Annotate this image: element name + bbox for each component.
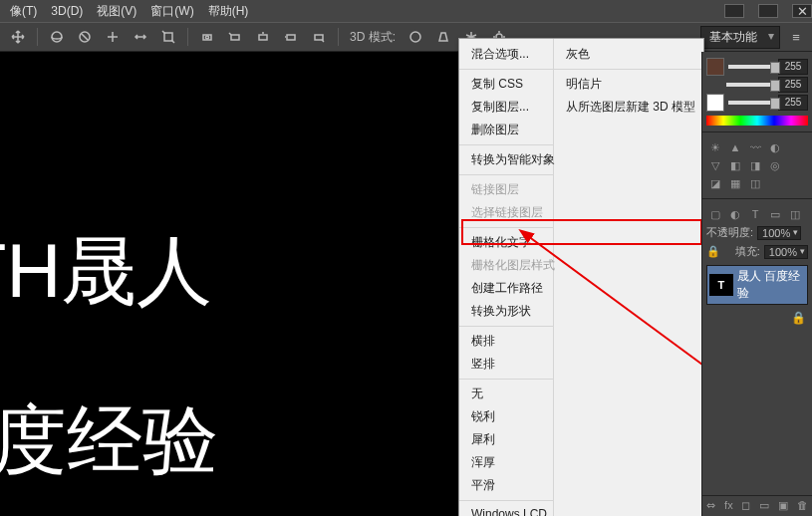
mode-rotate-icon[interactable]	[404, 25, 427, 49]
invert-icon[interactable]: ◪	[708, 176, 722, 190]
canvas-text-line2: ī度经验	[0, 390, 218, 493]
panel-menu-icon[interactable]: ≡	[784, 25, 808, 49]
curves-icon[interactable]: 〰	[748, 140, 762, 154]
svg-rect-5	[231, 35, 239, 40]
g-slider[interactable]	[726, 83, 774, 87]
svg-rect-2	[164, 33, 172, 41]
g-value[interactable]: 255	[778, 77, 808, 93]
brightness-icon[interactable]: ☀	[708, 140, 722, 154]
canvas-text-line1: TH晟人	[0, 221, 212, 324]
context-item[interactable]: 犀利	[459, 428, 553, 451]
scale-icon[interactable]	[156, 25, 180, 49]
hue-icon[interactable]: ◧	[728, 158, 742, 172]
svg-rect-8	[315, 35, 323, 40]
svg-point-0	[52, 32, 62, 42]
context-item[interactable]: Windows LCD	[459, 504, 553, 516]
pan-icon[interactable]	[101, 25, 125, 49]
menu-view[interactable]: 视图(V)	[97, 3, 136, 20]
layer-name: 晟人 百度经验	[737, 268, 805, 302]
context-item[interactable]: 创建工作路径	[459, 277, 553, 300]
3d-mode-label: 3D 模式:	[350, 29, 396, 46]
orbit-icon[interactable]	[45, 25, 69, 49]
adjustments-icons: ☀ ▲ 〰 ◐	[702, 138, 812, 156]
filter-type-icon[interactable]: T	[748, 207, 762, 221]
filter-shape-icon[interactable]: ▭	[768, 207, 782, 221]
context-item: 栅格化图层样式	[459, 254, 553, 277]
vibrance-icon[interactable]: ▽	[708, 158, 722, 172]
layer-context-menu: 混合选项复制 CSS复制图层删除图层转换为智能对象链接图层选择链接图层栅格化文字…	[458, 38, 704, 516]
opacity-label: 不透明度:	[706, 225, 753, 240]
context-item[interactable]: 复制 CSS	[459, 73, 553, 96]
new-group-icon[interactable]: ▭	[759, 499, 769, 512]
context-item[interactable]: 无	[459, 383, 553, 405]
context-item[interactable]: 复制图层	[459, 96, 553, 119]
levels-icon[interactable]: ▲	[728, 140, 742, 154]
fill-label: 填充:	[735, 244, 760, 259]
layer-panel-footer: ⇔ fx ◻ ▭ ▣ 🗑	[702, 495, 812, 512]
opacity-value[interactable]: 100%	[757, 226, 801, 240]
context-item[interactable]: 混合选项	[459, 43, 553, 66]
context-item[interactable]: 从所选图层新建 3D 模型	[554, 96, 703, 119]
background-swatch[interactable]	[706, 94, 724, 112]
context-item[interactable]: 灰色	[554, 43, 703, 66]
layer-thumbnail: T	[709, 274, 733, 296]
photo-filter-icon[interactable]: ◎	[768, 158, 782, 172]
maximize-button[interactable]	[758, 4, 778, 18]
mode-extrude-icon[interactable]	[431, 25, 455, 49]
fx-icon[interactable]: fx	[724, 499, 733, 512]
posterize-icon[interactable]: ▦	[728, 176, 742, 190]
bw-icon[interactable]: ◨	[748, 158, 762, 172]
context-item[interactable]: 锐利	[459, 405, 553, 428]
menu-help[interactable]: 帮助(H)	[208, 3, 249, 20]
mask-icon[interactable]: ◻	[741, 499, 750, 512]
context-item[interactable]: 转换为形状	[459, 300, 553, 323]
menu-bar: 像(T) 3D(D) 视图(V) 窗口(W) 帮助(H) ✕	[0, 0, 812, 22]
b-slider[interactable]	[728, 101, 774, 105]
svg-rect-7	[287, 35, 295, 40]
svg-point-9	[410, 32, 420, 42]
hue-strip[interactable]	[706, 116, 808, 126]
filter-pixel-icon[interactable]: ▢	[708, 207, 722, 221]
roll-icon[interactable]	[73, 25, 97, 49]
menu-3d[interactable]: 3D(D)	[51, 4, 83, 18]
camera-walk-icon[interactable]	[279, 25, 303, 49]
context-item[interactable]: 栅格化文字	[459, 231, 553, 254]
link-layers-icon[interactable]: ⇔	[706, 499, 715, 512]
camera-pan-icon[interactable]	[251, 25, 275, 49]
right-panels: 255 255 255 ☀ ▲ 〰 ◐ ▽ ◧ ◨ ◎ ◪ ▦ ◫	[701, 52, 812, 516]
b-value[interactable]: 255	[778, 95, 808, 111]
filter-adjust-icon[interactable]: ◐	[728, 207, 742, 221]
context-item[interactable]: 竖排	[459, 353, 553, 376]
r-value[interactable]: 255	[778, 59, 808, 75]
move-tool-icon[interactable]	[6, 25, 30, 49]
exposure-icon[interactable]: ◐	[768, 140, 782, 154]
close-button[interactable]: ✕	[792, 4, 812, 18]
svg-point-4	[206, 36, 209, 39]
lock-icon[interactable]: 🔒	[706, 245, 720, 258]
camera-orbit-icon[interactable]	[195, 25, 219, 49]
camera-zoom-icon[interactable]	[307, 25, 331, 49]
layer-row-text[interactable]: T 晟人 百度经验	[706, 265, 808, 305]
menu-image[interactable]: 像(T)	[10, 3, 37, 20]
lock-indicator-icon: 🔒	[791, 311, 806, 325]
context-item[interactable]: 转换为智能对象	[459, 148, 553, 171]
camera-roll-icon[interactable]	[223, 25, 247, 49]
minimize-button[interactable]	[724, 4, 744, 18]
context-item[interactable]: 删除图层	[459, 119, 553, 141]
r-slider[interactable]	[728, 65, 774, 69]
fill-value[interactable]: 100%	[764, 245, 808, 259]
foreground-swatch[interactable]	[706, 58, 724, 76]
filter-smart-icon[interactable]: ◫	[788, 207, 802, 221]
threshold-icon[interactable]: ◫	[748, 176, 762, 190]
context-item[interactable]: 横排	[459, 330, 553, 353]
slide-icon[interactable]	[129, 25, 152, 49]
context-item[interactable]: 浑厚	[459, 451, 553, 474]
layer-filter-icons: ▢ ◐ T ▭ ◫	[702, 205, 812, 223]
workspace-selector[interactable]: 基本功能	[700, 26, 780, 49]
context-item[interactable]: 明信片	[554, 73, 703, 96]
context-item[interactable]: 平滑	[459, 474, 553, 497]
document-canvas[interactable]: TH晟人 ī度经验	[0, 52, 459, 516]
new-layer-icon[interactable]: ▣	[778, 499, 788, 512]
menu-window[interactable]: 窗口(W)	[150, 3, 193, 20]
delete-layer-icon[interactable]: 🗑	[797, 499, 808, 512]
